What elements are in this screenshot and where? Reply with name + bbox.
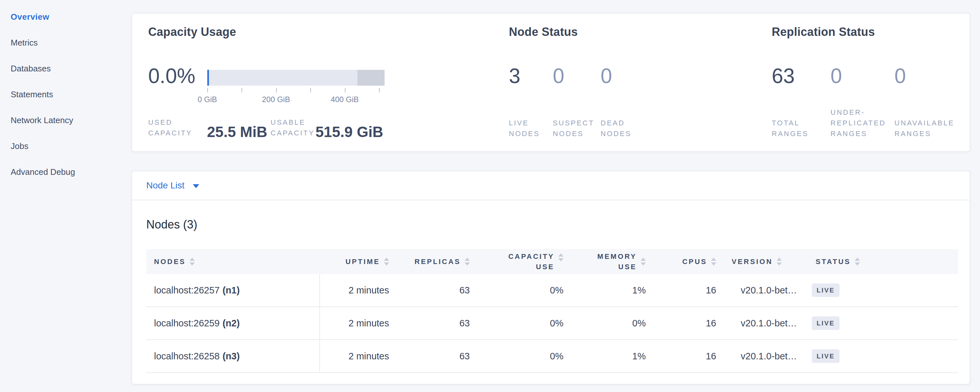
cell-memory-use: 0% [571,307,654,339]
sort-desc-icon [465,262,470,266]
stat-label: LIVENODES [509,118,553,139]
sidebar-item-jobs[interactable]: Jobs [0,133,131,159]
cell-memory-use: 1% [571,340,654,372]
stat-dead-nodes: 0DEADNODES [601,65,632,139]
column-header-label: UPTIME [345,257,380,267]
sort-asc-icon [776,258,782,261]
axis-tick-label: 0 GiB [197,95,217,104]
sort-asc-icon [189,258,195,261]
sort-desc-icon [855,262,860,266]
axis-tick [310,88,311,92]
column-header-capacity-use[interactable]: CAPACITYUSE [477,252,571,272]
sidebar-item-network-latency[interactable]: Network Latency [0,107,131,133]
sidebar-item-databases[interactable]: Databases [0,56,131,81]
cell-node-name[interactable]: localhost:26258(n3) [146,340,319,372]
node-list-view-selector[interactable]: Node List [146,180,199,191]
capacity-usage-section: Capacity Usage 0.0% 0 GiB200 GiB400 GiB … [148,14,507,151]
axis-tick [379,88,380,92]
sidebar-item-metrics[interactable]: Metrics [0,30,131,56]
column-header-status[interactable]: STATUS [808,257,958,267]
sort-icon [558,253,563,261]
cluster-overview-card: Capacity Usage 0.0% 0 GiB200 GiB400 GiB … [131,13,970,152]
capacity-stat-label: USABLECAPACITY [270,117,315,138]
sort-icon [711,258,716,266]
stat-suspect-nodes: 0SUSPECTNODES [553,65,601,139]
stat-value: 0 [553,65,601,87]
sort-desc-icon [776,262,782,266]
sort-asc-icon [558,253,563,257]
stat-value: 0 [894,65,955,87]
axis-tick [207,88,208,92]
cell-node-name[interactable]: localhost:26259(n2) [146,307,319,339]
capacity-stat-used-capacity: USEDCAPACITY25.5 MiB [148,117,267,138]
capacity-stat-value: 25.5 MiB [207,125,267,139]
main-content: Capacity Usage 0.0% 0 GiB200 GiB400 GiB … [131,13,970,384]
column-header-version[interactable]: VERSION [724,257,808,267]
cell-node-name[interactable]: localhost:26257(n1) [146,274,319,306]
cell-version: v20.1.0-bet… [724,274,808,306]
capacity-axis-ticks [207,88,385,94]
column-header-label: CPUS [682,257,707,267]
column-header-replicas[interactable]: REPLICAS [397,257,477,267]
sort-asc-icon [855,258,860,261]
nodes-heading: Nodes (3) [146,218,970,231]
column-header-nodes[interactable]: NODES [146,257,319,267]
sort-asc-icon [711,258,716,261]
replication-status-title: Replication Status [772,25,875,39]
cell-cpus: 16 [654,307,724,339]
column-header-memory-use[interactable]: MEMORY USE [571,252,654,272]
capacity-axis-labels: 0 GiB200 GiB400 GiB [207,94,385,104]
stat-label: UNDER-REPLICATEDRANGES [830,107,894,139]
capacity-percent: 0.0% [148,65,196,87]
status-badge: LIVE [812,316,840,330]
cell-capacity-use: 0% [477,340,571,372]
sort-asc-icon [384,258,389,261]
column-header-uptime[interactable]: UPTIME [319,257,397,267]
cell-status: LIVE [808,307,958,339]
capacity-bar-chart: 0 GiB200 GiB400 GiB [207,70,385,104]
sort-icon [384,258,389,266]
node-list-selector-label: Node List [146,180,185,191]
cell-status: LIVE [808,274,958,306]
stat-label: TOTALRANGES [772,118,830,139]
sidebar-item-statements[interactable]: Statements [0,81,131,107]
stat-value: 3 [509,65,553,87]
capacity-stats: USEDCAPACITY25.5 MiBUSABLECAPACITY515.9 … [148,115,503,138]
sort-desc-icon [384,262,389,266]
cell-uptime: 2 minutes [319,307,397,339]
stat-live-nodes: 3LIVENODES [509,65,553,139]
stat-label: UNAVAILABLERANGES [894,118,955,139]
column-header-label: STATUS [816,257,851,267]
cell-memory-use: 1% [571,274,654,306]
sort-asc-icon [641,258,646,261]
column-header-cpus[interactable]: CPUS [654,257,724,267]
cell-cpus: 16 [654,274,724,306]
replication-status-section: Replication Status 63TOTALRANGES0UNDER-R… [772,14,966,151]
sort-icon [776,258,782,266]
axis-tick [276,88,277,92]
capacity-bar-secondary-segment [358,70,385,86]
stat-under-replicated-ranges: 0UNDER-REPLICATEDRANGES [830,65,894,139]
sort-icon [855,258,860,266]
capacity-stat-value: 515.9 GiB [315,125,383,139]
cell-cpus: 16 [654,340,724,372]
axis-tick [242,88,242,92]
stat-total-ranges: 63TOTALRANGES [772,65,830,139]
sort-asc-icon [465,258,470,261]
node-status-section: Node Status 3LIVENODES0SUSPECTNODES0DEAD… [509,14,770,151]
node-status-title: Node Status [509,25,578,39]
table-row: localhost:26259(n2)2 minutes630%0%16v20.… [146,307,958,340]
capacity-stat-label: USEDCAPACITY [148,117,207,138]
cell-replicas: 63 [397,340,477,372]
column-header-label: CAPACITYUSE [508,252,554,272]
sidebar: OverviewMetricsDatabasesStatementsNetwor… [0,0,131,392]
column-header-label: VERSION [732,257,773,267]
cell-capacity-use: 0% [477,307,571,339]
capacity-stat-usable-capacity: USABLECAPACITY515.9 GiB [270,117,383,138]
sidebar-item-overview[interactable]: Overview [0,4,131,30]
cell-uptime: 2 minutes [319,340,397,372]
nodes-table: NODESUPTIMEREPLICASCAPACITYUSEMEMORY USE… [146,249,958,373]
table-row: localhost:26258(n3)2 minutes630%1%16v20.… [146,340,958,373]
sidebar-item-advanced-debug[interactable]: Advanced Debug [0,159,131,185]
cell-version: v20.1.0-bet… [724,340,808,372]
